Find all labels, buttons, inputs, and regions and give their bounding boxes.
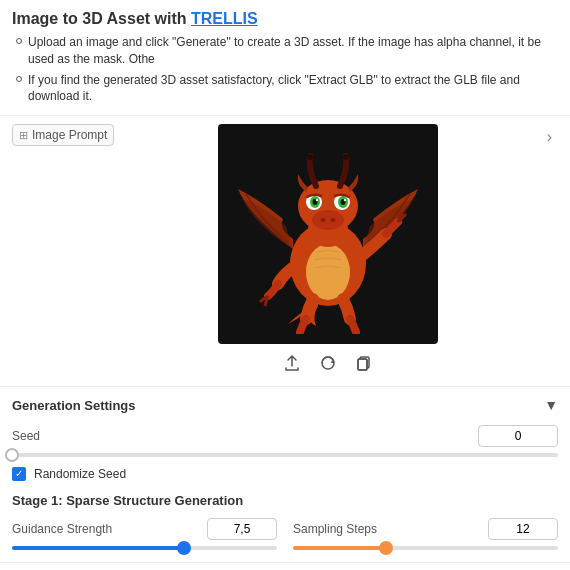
bullet-1: Upload an image and click "Generate" to … xyxy=(16,34,558,68)
bullet-2: If you find the generated 3D asset satis… xyxy=(16,72,558,106)
bullet-text-2: If you find the generated 3D asset satis… xyxy=(28,72,558,106)
svg-point-6 xyxy=(330,218,335,222)
svg-point-15 xyxy=(307,154,313,160)
image-prompt-text: Image Prompt xyxy=(32,128,107,142)
image-section: ⊞ Image Prompt xyxy=(0,116,570,387)
page-title: Image to 3D Asset with TRELLIS xyxy=(12,10,558,28)
svg-point-4 xyxy=(312,210,344,230)
randomize-seed-label: Randomize Seed xyxy=(34,467,126,481)
randomize-seed-checkbox[interactable]: ✓ xyxy=(12,467,26,481)
bullets-list: Upload an image and click "Generate" to … xyxy=(12,34,558,105)
param-row: Guidance Strength Sampling Steps xyxy=(12,518,558,552)
seed-label: Seed xyxy=(12,429,40,443)
seed-slider-track[interactable] xyxy=(12,453,558,457)
seed-input[interactable] xyxy=(478,425,558,447)
image-actions-bar xyxy=(281,352,375,378)
stage1-title: Stage 1: Sparse Structure Generation xyxy=(12,493,558,508)
gen-settings-title: Generation Settings xyxy=(12,398,136,413)
svg-point-13 xyxy=(315,199,317,201)
sampling-thumb[interactable] xyxy=(379,541,393,555)
guidance-strength-col: Guidance Strength xyxy=(12,518,277,552)
guidance-header: Guidance Strength xyxy=(12,518,277,540)
svg-point-14 xyxy=(343,199,345,201)
upload-button[interactable] xyxy=(281,352,303,378)
bullet-dot-2 xyxy=(16,76,22,82)
sampling-label: Sampling Steps xyxy=(293,522,377,536)
image-prompt-label[interactable]: ⊞ Image Prompt xyxy=(12,124,114,146)
sampling-header: Sampling Steps xyxy=(293,518,558,540)
image-label-icon: ⊞ xyxy=(19,129,28,142)
guidance-input[interactable] xyxy=(207,518,277,540)
seed-slider-container xyxy=(12,453,558,457)
sampling-input[interactable] xyxy=(488,518,558,540)
guidance-thumb[interactable] xyxy=(177,541,191,555)
sampling-fill xyxy=(293,546,386,550)
refresh-button[interactable] xyxy=(317,352,339,378)
guidance-slider[interactable] xyxy=(12,546,277,550)
seed-slider-thumb[interactable] xyxy=(5,448,19,462)
bullet-dot-1 xyxy=(16,38,22,44)
checkbox-check-icon: ✓ xyxy=(15,469,23,479)
bullet-text-1: Upload an image and click "Generate" to … xyxy=(28,34,558,68)
seed-row: Seed xyxy=(12,425,558,447)
svg-point-5 xyxy=(320,218,325,222)
generation-settings: Generation Settings ▼ Seed ✓ Randomize S… xyxy=(0,387,570,563)
gen-settings-header: Generation Settings ▼ xyxy=(12,397,558,413)
sampling-slider[interactable] xyxy=(293,546,558,550)
sampling-steps-col: Sampling Steps xyxy=(293,518,558,552)
copy-button[interactable] xyxy=(353,352,375,378)
image-container xyxy=(124,124,530,378)
dragon-svg xyxy=(228,134,428,334)
gen-settings-collapse[interactable]: ▼ xyxy=(544,397,558,413)
randomize-seed-row: ✓ Randomize Seed xyxy=(12,467,558,481)
trellis-link[interactable]: TRELLIS xyxy=(191,10,258,27)
svg-point-1 xyxy=(306,244,350,300)
image-section-collapse[interactable]: › xyxy=(541,126,558,148)
svg-point-16 xyxy=(343,154,349,160)
svg-rect-19 xyxy=(358,359,367,370)
page-header: Image to 3D Asset with TRELLIS Upload an… xyxy=(0,0,570,116)
guidance-label: Guidance Strength xyxy=(12,522,112,536)
guidance-fill xyxy=(12,546,184,550)
dragon-image xyxy=(218,124,438,344)
